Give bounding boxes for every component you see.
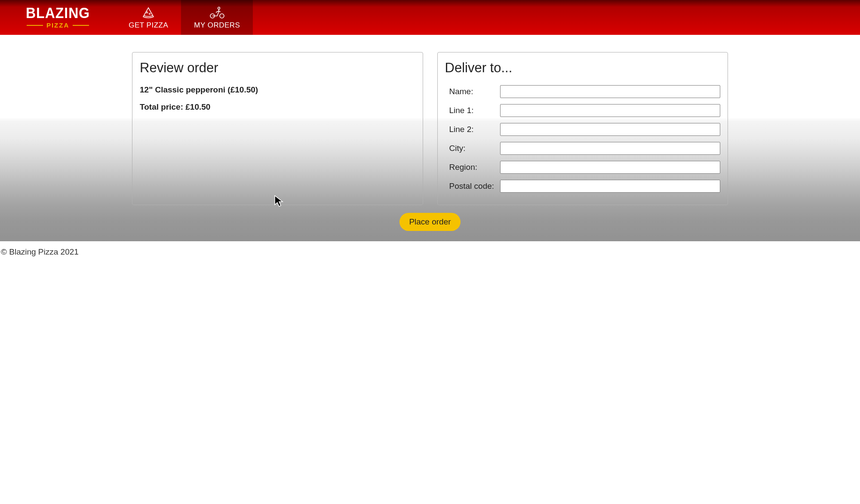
logo-decor-line-right <box>73 25 89 26</box>
total-value: £10.50 <box>185 102 210 111</box>
scooter-icon <box>209 6 226 19</box>
input-city[interactable] <box>500 142 721 155</box>
logo-decor-line-left <box>27 25 43 26</box>
pizza-slice-icon <box>142 6 155 19</box>
logo-text-bottom: PIZZA <box>27 22 89 29</box>
nav-label: GET PIZZA <box>129 21 168 30</box>
form-row-line2: Line 2: <box>445 123 721 136</box>
place-order-button[interactable]: Place order <box>399 213 460 231</box>
top-nav: BLAZING PIZZA GET PIZZA <box>0 0 860 35</box>
review-order-panel: Review order 12" Classic pepperoni (£10.… <box>132 52 423 205</box>
svg-point-1 <box>149 13 150 14</box>
form-row-postal: Postal code: <box>445 180 721 193</box>
input-line1[interactable] <box>500 104 721 117</box>
form-row-region: Region: <box>445 161 721 174</box>
nav-get-pizza[interactable]: GET PIZZA <box>116 0 181 35</box>
input-region[interactable] <box>500 161 721 174</box>
panels-row: Review order 12" Classic pepperoni (£10.… <box>132 52 728 205</box>
form-row-city: City: <box>445 142 721 155</box>
form-row-line1: Line 1: <box>445 104 721 117</box>
checkout-content: Review order 12" Classic pepperoni (£10.… <box>0 35 860 241</box>
input-name[interactable] <box>500 85 721 98</box>
place-order-wrap: Place order <box>10 213 850 231</box>
label-postal: Postal code: <box>445 181 500 191</box>
total-label: Total price: <box>140 102 183 111</box>
label-line2: Line 2: <box>445 125 500 134</box>
svg-point-4 <box>218 7 220 9</box>
order-item: 12" Classic pepperoni (£10.50) <box>140 85 415 95</box>
label-line1: Line 1: <box>445 106 500 115</box>
input-line2[interactable] <box>500 123 721 136</box>
svg-point-0 <box>147 12 148 13</box>
nav-my-orders[interactable]: MY ORDERS <box>181 0 253 35</box>
nav-label: MY ORDERS <box>194 21 240 30</box>
input-postal[interactable] <box>500 180 721 193</box>
footer-copyright: © Blazing Pizza 2021 <box>0 241 860 263</box>
deliver-title: Deliver to... <box>445 60 721 76</box>
order-total: Total price: £10.50 <box>140 102 415 112</box>
label-region: Region: <box>445 163 500 172</box>
logo-subtext: PIZZA <box>46 22 69 29</box>
review-title: Review order <box>140 60 415 76</box>
svg-point-3 <box>220 14 224 18</box>
form-row-name: Name: <box>445 85 721 98</box>
logo-text-top: BLAZING <box>26 5 90 20</box>
label-city: City: <box>445 144 500 153</box>
brand-logo[interactable]: BLAZING PIZZA <box>22 6 94 29</box>
label-name: Name: <box>445 87 500 96</box>
deliver-to-panel: Deliver to... Name: Line 1: Line 2: City… <box>437 52 728 205</box>
